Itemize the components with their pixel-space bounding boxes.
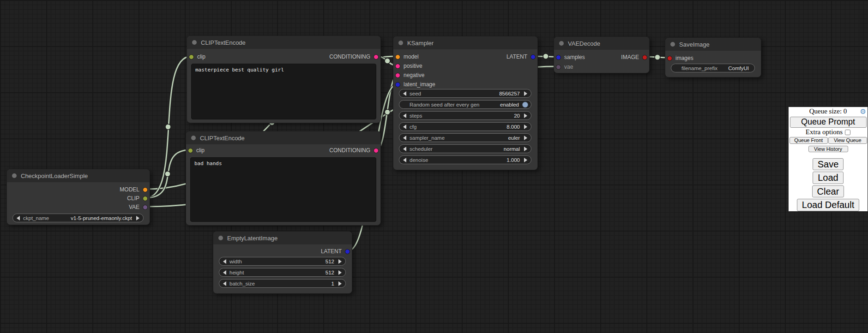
load-default-button[interactable]: Load Default <box>797 199 859 211</box>
model-port-dot[interactable] <box>395 54 400 59</box>
image-port-dot[interactable] <box>667 56 672 61</box>
node-titlebar[interactable]: EmptyLatentImage <box>213 232 352 244</box>
steps-widget[interactable]: steps 20 <box>399 111 531 120</box>
cfg-widget[interactable]: cfg 8.000 <box>399 122 531 131</box>
extra-options-checkbox[interactable] <box>845 130 850 135</box>
port-label: images <box>675 55 693 61</box>
node-titlebar[interactable]: SaveImage <box>665 38 761 51</box>
clip-port-dot[interactable] <box>188 148 193 153</box>
node-title: KSampler <box>407 40 434 47</box>
scheduler-widget[interactable]: scheduler normal <box>399 144 531 153</box>
left-arrow-icon[interactable] <box>403 91 406 96</box>
collapse-dot-icon[interactable] <box>218 236 223 240</box>
seed-widget[interactable]: seed 8566257 <box>399 89 531 98</box>
queue-front-button[interactable]: Queue Front <box>790 137 828 144</box>
left-arrow-icon[interactable] <box>223 270 226 275</box>
widget-value: 1.000 <box>506 157 520 163</box>
prompt-textarea[interactable]: bad hands <box>190 157 376 222</box>
left-arrow-icon[interactable] <box>17 216 20 220</box>
right-arrow-icon[interactable] <box>524 125 527 129</box>
left-arrow-icon[interactable] <box>403 125 406 129</box>
clear-button[interactable]: Clear <box>812 185 844 198</box>
queue-buttons-row: Queue Front View Queue <box>790 137 867 144</box>
queue-panel: Queue size: 0 ⚙ Queue Prompt Extra optio… <box>788 107 868 212</box>
conditioning-port-dot[interactable] <box>395 73 400 78</box>
left-arrow-icon[interactable] <box>223 259 226 264</box>
prompt-textarea[interactable]: masterpiece best quality girl <box>191 64 376 119</box>
widget-label: steps <box>410 113 422 119</box>
left-arrow-icon[interactable] <box>403 158 406 162</box>
width-widget[interactable]: width 512 <box>219 257 346 266</box>
toggle-enabled-icon[interactable] <box>522 101 528 107</box>
latent-port-dot[interactable] <box>530 54 536 59</box>
ckpt-name-widget[interactable]: ckpt_name v1-5-pruned-emaonly.ckpt <box>12 214 144 222</box>
node-titlebar[interactable]: CheckpointLoaderSimple <box>7 169 150 182</box>
random-seed-toggle-widget[interactable]: Random seed after every gen enabled <box>399 100 531 109</box>
port-label: LATENT <box>321 248 342 255</box>
output-image: IMAGE <box>621 53 647 62</box>
conditioning-port-dot[interactable] <box>395 64 400 69</box>
widget-label: denoise <box>410 157 428 163</box>
right-arrow-icon[interactable] <box>338 281 342 286</box>
sampler-name-widget[interactable]: sampler_name euler <box>399 133 531 142</box>
right-arrow-icon[interactable] <box>136 216 139 220</box>
collapse-dot-icon[interactable] <box>670 42 675 47</box>
collapse-dot-icon[interactable] <box>192 40 197 45</box>
right-arrow-icon[interactable] <box>524 91 527 96</box>
collapse-dot-icon[interactable] <box>398 41 403 45</box>
clip-port-dot[interactable] <box>143 196 148 201</box>
right-arrow-icon[interactable] <box>524 147 527 151</box>
latent-port-dot[interactable] <box>556 55 561 60</box>
collapse-dot-icon[interactable] <box>191 136 196 140</box>
right-arrow-icon[interactable] <box>338 270 342 275</box>
view-history-button[interactable]: View History <box>808 146 848 152</box>
output-clip: CLIP <box>127 194 148 203</box>
right-arrow-icon[interactable] <box>524 136 527 140</box>
collapse-dot-icon[interactable] <box>559 41 564 46</box>
input-clip: clip <box>188 146 205 155</box>
settings-gear-icon[interactable]: ⚙ <box>860 107 866 116</box>
right-arrow-icon[interactable] <box>524 158 527 162</box>
input-latent-image: latent_image <box>395 80 435 89</box>
save-button[interactable]: Save <box>813 158 844 171</box>
image-port-dot[interactable] <box>642 55 647 60</box>
height-widget[interactable]: height 512 <box>219 268 346 277</box>
node-titlebar[interactable]: CLIPTextEncode <box>187 36 380 49</box>
widget-label: filename_prefix <box>681 65 717 71</box>
left-arrow-icon[interactable] <box>403 113 406 118</box>
port-label: vae <box>564 64 573 70</box>
node-graph-canvas[interactable]: CheckpointLoaderSimple MODEL CLIP VAE ck… <box>0 0 868 333</box>
node-titlebar[interactable]: VAEDecode <box>554 37 649 50</box>
load-button[interactable]: Load <box>813 172 844 184</box>
right-arrow-icon[interactable] <box>524 113 527 118</box>
left-arrow-icon[interactable] <box>403 147 406 151</box>
clip-port-dot[interactable] <box>189 54 194 59</box>
right-arrow-icon[interactable] <box>338 259 342 264</box>
input-samples: samples <box>556 53 585 62</box>
denoise-widget[interactable]: denoise 1.000 <box>399 155 531 164</box>
node-titlebar[interactable]: KSampler <box>393 36 537 49</box>
node-clip-text-encode-positive: CLIPTextEncode clip CONDITIONING masterp… <box>187 36 381 123</box>
vae-port-dot[interactable] <box>556 65 561 70</box>
latent-port-dot[interactable] <box>395 82 400 87</box>
left-arrow-icon[interactable] <box>403 136 406 140</box>
input-images: images <box>667 54 693 63</box>
vae-port-dot[interactable] <box>143 205 148 210</box>
node-titlebar[interactable]: CLIPTextEncode <box>186 131 380 144</box>
port-label: latent_image <box>404 81 435 88</box>
queue-prompt-button[interactable]: Queue Prompt <box>790 117 867 128</box>
output-latent: LATENT <box>321 247 350 256</box>
view-queue-button[interactable]: View Queue <box>828 137 867 144</box>
input-positive: positive <box>395 61 422 71</box>
latent-port-dot[interactable] <box>345 249 350 254</box>
filename-prefix-widget[interactable]: filename_prefix ComfyUI <box>671 64 755 72</box>
node-title: EmptyLatentImage <box>227 235 277 242</box>
model-port-dot[interactable] <box>143 187 148 192</box>
collapse-dot-icon[interactable] <box>12 173 17 178</box>
batch-size-widget[interactable]: batch_size 1 <box>219 279 346 288</box>
widget-label: ckpt_name <box>23 215 49 221</box>
conditioning-port-dot[interactable] <box>374 54 379 59</box>
widget-value: 20 <box>514 113 520 119</box>
left-arrow-icon[interactable] <box>223 281 226 286</box>
conditioning-port-dot[interactable] <box>374 148 379 153</box>
